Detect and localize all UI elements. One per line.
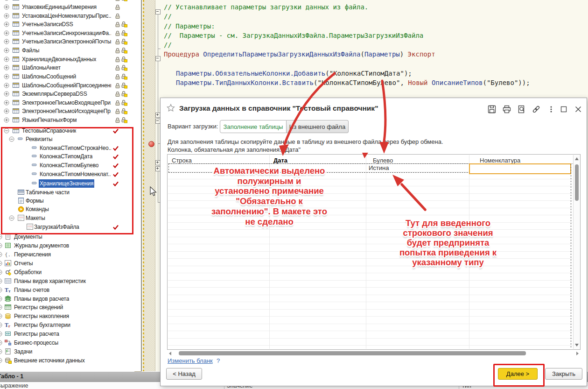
tab-from-file[interactable]: Из внешнего файла — [287, 120, 349, 133]
expand-icon[interactable] — [4, 74, 9, 79]
expand-icon[interactable] — [0, 331, 2, 337]
expand-icon[interactable] — [0, 252, 2, 257]
tree-item[interactable]: ШаблоныАнкет — [0, 64, 141, 72]
tree-item[interactable]: Планы видов характеристик — [0, 277, 141, 285]
breakpoint-icon[interactable] — [148, 141, 154, 147]
expand-icon[interactable] — [4, 0, 9, 1]
favorite-star-icon[interactable] — [167, 104, 175, 114]
active-cell[interactable] — [469, 163, 571, 174]
back-button[interactable]: < Назад — [166, 368, 202, 380]
close-icon[interactable] — [574, 105, 583, 114]
collapse-icon[interactable] — [9, 136, 14, 142]
tree-item[interactable]: ЯзыкиПечатныхФорм — [0, 116, 141, 124]
tree-item[interactable]: Регистры сведений — [0, 303, 141, 311]
maximize-icon[interactable] — [560, 105, 569, 114]
close-button[interactable]: Закрыть — [545, 368, 582, 380]
tree-item[interactable]: Отчеты — [0, 259, 141, 268]
code-text[interactable]: // Устанавливает параметры загрузки данн… — [164, 2, 584, 88]
tree-item[interactable]: Файлы — [0, 46, 141, 55]
column-header[interactable]: Номенклатура — [480, 157, 520, 164]
expand-icon[interactable] — [4, 13, 9, 19]
tree-item[interactable]: Регистры расчета — [0, 330, 141, 338]
expand-icon[interactable] — [0, 243, 2, 248]
expand-icon[interactable] — [0, 358, 2, 363]
tree-item[interactable]: Табличные части — [0, 188, 141, 197]
more-icon[interactable] — [547, 105, 556, 114]
tree-item[interactable]: Задачи — [0, 347, 141, 356]
tree-item[interactable]: ЭкземплярыСервераDSS — [0, 90, 141, 98]
metadata-tree[interactable]: УпаковкиЕдиницыИзмеренияУстановкаЦенНоме… — [0, 0, 141, 371]
expand-icon[interactable] — [4, 4, 9, 10]
tree-item[interactable]: ШаблоныСообщений — [0, 72, 141, 81]
tree-item[interactable]: TгРегистры бухгалтерии — [0, 321, 141, 329]
expand-icon[interactable] — [4, 57, 9, 62]
collapse-icon[interactable] — [4, 128, 9, 134]
data-table[interactable]: СтрокаДатаБулевоНоменклатура Истина — [167, 154, 581, 350]
expand-icon[interactable] — [4, 48, 9, 53]
table-vscroll-thumb[interactable] — [575, 164, 579, 201]
expand-icon[interactable] — [4, 21, 9, 27]
table-hscrollbar[interactable] — [168, 350, 580, 356]
expand-icon[interactable] — [0, 296, 2, 302]
tab-fill-table[interactable]: Заполнение таблицы — [220, 120, 287, 133]
column-header[interactable]: Булево — [373, 157, 393, 164]
tree-item[interactable]: Реквизиты — [0, 135, 141, 143]
help-link[interactable]: ? — [217, 357, 220, 364]
tree-item[interactable]: КолонкаСТипомДата — [0, 152, 141, 161]
scroll-up-icon[interactable] — [575, 157, 579, 160]
link-icon[interactable] — [532, 105, 541, 114]
panel-splitter[interactable] — [141, 0, 142, 371]
print-icon[interactable] — [503, 105, 512, 114]
tree-item[interactable]: Макеты — [0, 214, 141, 222]
scroll-left-icon[interactable] — [169, 352, 171, 355]
expand-icon[interactable] — [0, 261, 2, 266]
expand-icon[interactable] — [0, 234, 2, 240]
tree-item[interactable]: ТестовыйСправочник — [0, 127, 141, 135]
tree-item[interactable]: УчетныеЗаписиЭлектроннойПочты — [0, 37, 141, 46]
tree-item[interactable]: ЗагрузкаИзФайла — [0, 223, 141, 231]
edit-form-link[interactable]: Изменить бланк — [168, 357, 213, 364]
tree-item[interactable]: {..}Перечисления — [0, 250, 141, 259]
expand-icon[interactable] — [4, 30, 9, 36]
expand-icon[interactable] — [0, 340, 2, 346]
tree-item[interactable]: ЭлектронноеПисьмоВходящееПри... — [0, 99, 141, 107]
scroll-right-icon[interactable] — [576, 352, 579, 355]
tree-item[interactable] — [0, 0, 141, 2]
fold-collapse-icon[interactable] — [155, 9, 161, 14]
tree-item[interactable]: ШаблоныСообщенийПрисоединенн... — [0, 81, 141, 90]
expand-icon[interactable] — [0, 322, 2, 328]
tree-item[interactable]: TтПланы счетов — [0, 286, 141, 294]
expand-icon[interactable] — [0, 287, 2, 293]
preview-icon[interactable] — [518, 105, 527, 114]
expand-icon[interactable] — [0, 313, 2, 319]
column-header[interactable]: Строка — [172, 157, 192, 164]
tree-item[interactable]: ХранилищеДвоичныхДанных — [0, 55, 141, 64]
tree-item[interactable]: КолонкаСТипомСтрокаНео... — [0, 144, 141, 152]
tree-item[interactable]: Обработки — [0, 268, 141, 276]
tree-item[interactable]: Планы видов расчета — [0, 295, 141, 303]
tree-item[interactable]: ЭлектронноеПисьмоИсходящееПр... — [0, 107, 141, 115]
tree-item[interactable]: КолонкаСТипомБулево — [0, 161, 141, 170]
expand-icon[interactable] — [4, 117, 9, 123]
column-header[interactable]: Дата — [273, 157, 287, 164]
tree-item[interactable]: УстановкаЦенНоменклатурыПрис... — [0, 12, 141, 20]
collapse-icon[interactable] — [9, 215, 14, 221]
tree-item[interactable]: Журналы документов — [0, 241, 141, 250]
expand-icon[interactable] — [4, 108, 9, 114]
tree-item[interactable]: УчетныеЗаписиСинхронизацииФа... — [0, 29, 141, 37]
expand-icon[interactable] — [0, 278, 2, 284]
table-hscroll-thumb[interactable] — [179, 351, 526, 355]
save-icon[interactable] — [488, 105, 497, 114]
tree-item[interactable]: Формы — [0, 197, 141, 205]
tree-item[interactable]: Внешние источники данных — [0, 356, 141, 365]
expand-icon[interactable] — [0, 269, 2, 275]
tree-item[interactable]: УпаковкиЕдиницыИзмерения — [0, 3, 141, 11]
fold-collapse-icon[interactable] — [155, 56, 161, 61]
expand-icon[interactable] — [4, 100, 9, 106]
scroll-down-icon[interactable] — [575, 344, 579, 347]
tree-item[interactable]: КолонкаСТипомНоменклат... — [0, 170, 141, 178]
expand-icon[interactable] — [0, 349, 2, 354]
expand-icon[interactable] — [0, 304, 2, 310]
tree-item[interactable]: Бизнес-процессы — [0, 339, 141, 347]
expand-icon[interactable] — [4, 91, 9, 97]
